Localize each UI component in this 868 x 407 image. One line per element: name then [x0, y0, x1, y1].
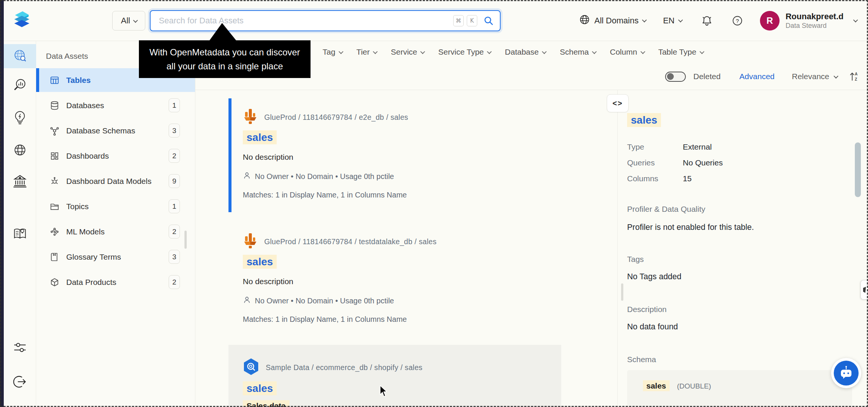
tags-section-heading: Tags — [627, 255, 868, 264]
filter-service-type[interactable]: Service Type — [438, 47, 490, 57]
glue-service-icon — [243, 108, 258, 126]
chat-bot-button[interactable] — [831, 358, 861, 388]
sidebar-item-ml-models[interactable]: ML Models 2 — [36, 220, 195, 243]
panel-scrollbar[interactable] — [184, 231, 187, 249]
chevron-down-icon — [133, 18, 138, 23]
schema-section-heading: Schema — [627, 355, 868, 364]
toggle-knob — [667, 73, 674, 80]
deleted-toggle[interactable] — [665, 72, 686, 82]
help-icon[interactable]: ? — [731, 15, 743, 27]
sort-direction-icon[interactable]: A Z — [848, 71, 860, 82]
avatar-initial: R — [766, 15, 773, 26]
result-description: No description — [243, 277, 554, 286]
database-schemas-icon — [50, 126, 59, 136]
sidebar-item-glossary-terms[interactable]: Glossary Terms 3 — [36, 245, 195, 269]
property-row: Columns 15 — [627, 171, 868, 187]
insights-nav-icon[interactable] — [12, 110, 27, 125]
profiler-section-heading: Profiler & Data Quality — [627, 205, 868, 214]
count-badge: 2 — [169, 225, 180, 239]
sidebar-item-topics[interactable]: Topics 1 — [36, 194, 195, 218]
sort-dropdown[interactable]: Relevance — [792, 72, 837, 81]
language-label: EN — [663, 16, 675, 26]
chevron-down-icon — [338, 49, 343, 54]
sidebar-item-database-schemas[interactable]: Database Schemas 3 — [36, 119, 195, 142]
description-section-body: No data found — [627, 322, 868, 332]
filter-tag[interactable]: Tag — [323, 47, 342, 57]
search-results-list: GlueProd / 118146679784 / e2e_db / sales… — [195, 90, 618, 407]
summary-properties: Type External Queries No Queries Columns… — [627, 139, 868, 187]
deleted-label: Deleted — [693, 72, 720, 81]
property-row: Queries No Queries — [627, 155, 868, 171]
owner-person-icon — [243, 171, 251, 182]
asset-type-list: Tables Databases 1 Database Schemas 3 — [36, 68, 195, 294]
filter-table-type[interactable]: Table Type — [658, 47, 703, 57]
breadcrumb: GlueProd / 118146679784 / e2e_db / sales — [243, 108, 554, 126]
filter-database[interactable]: Database — [505, 47, 545, 57]
filter-schema[interactable]: Schema — [560, 47, 595, 57]
collapse-panel-button[interactable]: <> — [607, 94, 629, 112]
result-card-testdatalake-db-sales[interactable]: GlueProd / 118146679784 / testdatalake_d… — [228, 223, 561, 332]
chevron-down-icon — [699, 49, 704, 54]
shortcut-cmd-key: ⌘ — [453, 15, 464, 26]
explore-nav-icon[interactable] — [12, 48, 27, 63]
search-category-dropdown[interactable]: All — [112, 11, 145, 31]
schema-column-row[interactable]: sales (DOUBLE) — [627, 370, 852, 407]
govern-nav-icon[interactable] — [12, 174, 27, 189]
globe-icon — [579, 14, 591, 28]
notifications-bell-icon[interactable] — [701, 15, 713, 27]
filter-tier[interactable]: Tier — [356, 47, 376, 57]
tooltip-arrow — [209, 23, 236, 41]
dashboard-data-models-icon — [50, 176, 59, 186]
glossary-terms-icon — [50, 252, 59, 262]
schema-column-type: (DOUBLE) — [677, 382, 711, 390]
result-card-e2e-db-sales[interactable]: GlueProd / 118146679784 / e2e_db / sales… — [228, 98, 561, 212]
result-card-shopify-sales[interactable]: Sample Data / ecommerce_db / shopify / s… — [228, 345, 561, 407]
search-icon[interactable] — [483, 15, 494, 26]
quick-filters-bar: Tag Tier Service Service Type Database S… — [323, 47, 703, 57]
filter-column[interactable]: Column — [610, 47, 644, 57]
topics-icon — [50, 202, 59, 211]
domains-dropdown[interactable]: All Domains — [579, 14, 646, 28]
summary-title[interactable]: sales — [627, 114, 868, 126]
avatar[interactable]: R — [760, 11, 780, 31]
observability-nav-icon[interactable] — [12, 78, 27, 93]
left-nav-rail — [4, 41, 36, 407]
sidebar-item-dashboard-data-models[interactable]: Dashboard Data Models 9 — [36, 169, 195, 193]
filter-service[interactable]: Service — [391, 47, 424, 57]
settings-sliders-icon[interactable] — [12, 340, 27, 355]
result-matches: Matches: 1 in Display Name, 1 in Columns… — [243, 315, 554, 324]
chevron-down-icon — [640, 49, 645, 54]
advanced-search-link[interactable]: Advanced — [739, 72, 774, 81]
edge-widget-icon — [863, 287, 866, 293]
onboarding-tooltip: With OpenMetadata you can discover all y… — [139, 40, 311, 78]
result-title[interactable]: sales — [243, 383, 554, 395]
language-dropdown[interactable]: EN — [663, 16, 682, 26]
search-input[interactable]: Search for Data Assets ⌘ K — [150, 10, 501, 31]
domains-nav-icon[interactable] — [12, 142, 27, 158]
tables-icon — [50, 75, 59, 85]
domains-label: All Domains — [594, 16, 638, 26]
databases-icon — [50, 101, 59, 110]
search-placeholder: Search for Data Assets — [159, 16, 450, 26]
result-description: No description — [243, 153, 554, 162]
results-scrollbar[interactable] — [621, 283, 623, 301]
page-scrollbar[interactable] — [855, 142, 861, 197]
learning-nav-icon[interactable] — [12, 226, 27, 242]
user-menu-chevron[interactable] — [853, 18, 858, 23]
svg-text:?: ? — [736, 17, 739, 24]
result-meta: No Owner • No Domain • Usage 0th pctile — [243, 171, 554, 182]
result-meta: No Owner • No Domain • Usage 0th pctile — [243, 296, 554, 306]
chevron-down-icon — [678, 18, 683, 23]
user-block[interactable]: Rounakpreet.d Data Steward — [786, 11, 844, 30]
chevron-down-icon — [592, 49, 597, 54]
sidebar-item-data-products[interactable]: Data Products 2 — [36, 270, 195, 294]
edge-floating-button[interactable] — [860, 280, 868, 300]
sidebar-item-databases[interactable]: Databases 1 — [36, 93, 195, 117]
result-title[interactable]: sales — [243, 256, 554, 268]
shortcut-k-key: K — [467, 15, 477, 26]
svg-text:A: A — [855, 72, 857, 76]
openmetadata-logo-icon[interactable] — [10, 9, 33, 32]
logout-icon[interactable] — [12, 374, 27, 389]
result-title[interactable]: sales — [243, 132, 554, 144]
sidebar-item-dashboards[interactable]: Dashboards 2 — [36, 144, 195, 168]
